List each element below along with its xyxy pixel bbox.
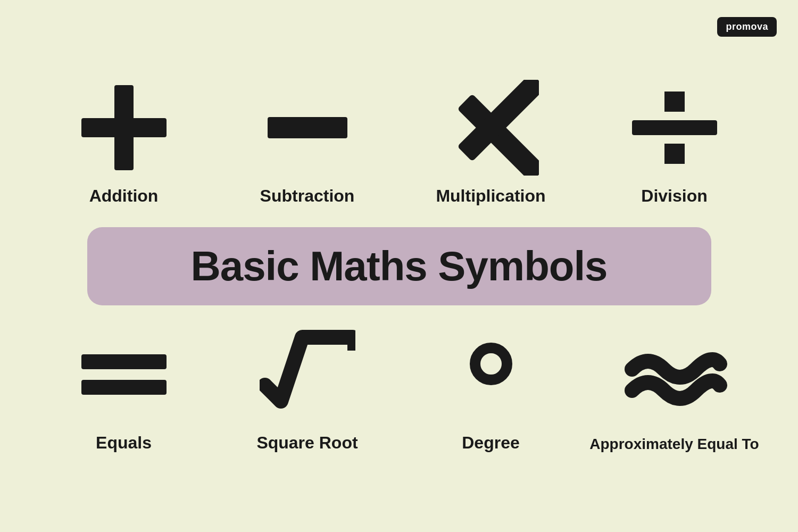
svg-rect-1 (81, 118, 167, 137)
equals-icon (81, 327, 167, 422)
approximately-icon (621, 329, 728, 425)
subtraction-icon (268, 80, 347, 176)
approximately-item: Approximately Equal To (583, 329, 766, 453)
banner: Basic Maths Symbols (87, 227, 711, 305)
equals-label: Equals (96, 433, 152, 453)
degree-label: Degree (462, 433, 520, 453)
multiplication-icon (443, 80, 539, 176)
division-label: Division (641, 186, 707, 206)
addition-icon (76, 80, 172, 176)
logo-text: promova (726, 21, 768, 32)
logo: promova (717, 17, 777, 37)
degree-item: Degree (399, 327, 583, 453)
subtraction-label: Subtraction (260, 186, 355, 206)
main-content: Addition Subtraction Multiplication (0, 0, 798, 532)
top-symbols-row: Addition Subtraction Multiplication (32, 80, 766, 206)
multiplication-label: Multiplication (436, 186, 545, 206)
square-root-item: Square Root (215, 327, 399, 453)
banner-text: Basic Maths Symbols (191, 243, 608, 289)
addition-item: Addition (32, 80, 215, 206)
square-root-label: Square Root (256, 433, 358, 453)
degree-icon (470, 327, 512, 422)
division-icon (632, 80, 717, 176)
subtraction-item: Subtraction (215, 80, 399, 206)
bottom-symbols-row: Equals Square Root Degree (32, 327, 766, 453)
equals-item: Equals (32, 327, 215, 453)
division-item: Division (583, 80, 766, 206)
addition-label: Addition (89, 186, 159, 206)
square-root-icon (260, 327, 355, 422)
multiplication-item: Multiplication (399, 80, 583, 206)
approximately-label: Approximately Equal To (589, 436, 759, 453)
